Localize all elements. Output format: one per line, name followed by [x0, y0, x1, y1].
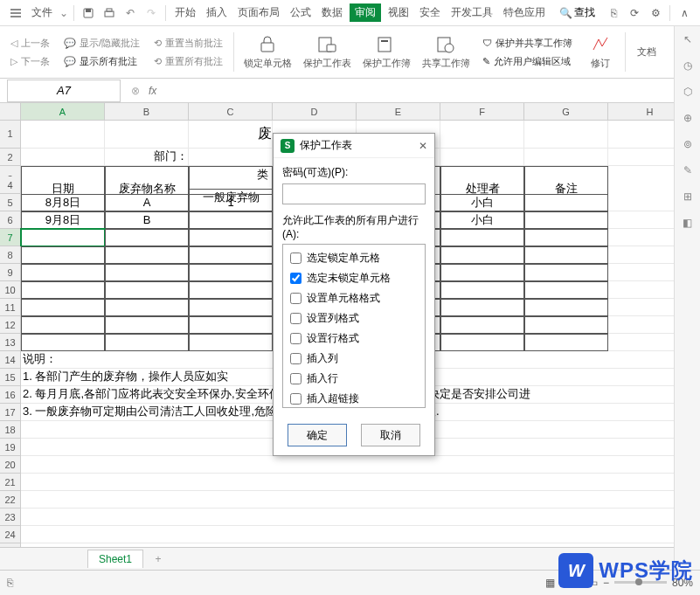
- tab-formula[interactable]: 公式: [287, 3, 315, 22]
- doc-button[interactable]: 文档: [633, 31, 661, 74]
- tab-special[interactable]: 特色应用: [500, 3, 549, 22]
- cell[interactable]: [105, 299, 189, 316]
- perm-checkbox[interactable]: [290, 353, 301, 364]
- cell[interactable]: [189, 246, 273, 264]
- perm-item[interactable]: 设置列格式: [283, 308, 425, 329]
- cell[interactable]: 部门：: [105, 149, 189, 166]
- perm-item[interactable]: 插入超链接: [283, 389, 425, 408]
- cell[interactable]: [440, 229, 524, 246]
- row-header[interactable]: 16: [0, 386, 21, 404]
- cell[interactable]: 废: [189, 121, 273, 149]
- sidebar-icon[interactable]: ◷: [683, 59, 692, 72]
- sheet-tab[interactable]: Sheet1: [87, 550, 143, 568]
- cell[interactable]: [105, 264, 189, 281]
- menu-file[interactable]: 文件: [28, 3, 56, 22]
- cell[interactable]: [440, 281, 524, 299]
- cell[interactable]: [189, 264, 273, 281]
- cell[interactable]: [524, 149, 608, 166]
- perm-checkbox[interactable]: [290, 293, 301, 304]
- tab-insert[interactable]: 插入: [203, 3, 231, 22]
- redo-icon[interactable]: ↷: [142, 4, 160, 22]
- reset-current-button[interactable]: ⟲重置当前批注: [150, 35, 226, 52]
- cell[interactable]: [105, 281, 189, 299]
- cell[interactable]: [189, 299, 273, 316]
- cell[interactable]: 小白: [440, 194, 524, 211]
- status-icon[interactable]: ⎘: [7, 577, 13, 589]
- cell[interactable]: [440, 299, 524, 316]
- perm-item[interactable]: 设置行格式: [283, 329, 425, 349]
- print-icon[interactable]: [100, 4, 118, 22]
- cell[interactable]: 小白: [440, 211, 524, 229]
- password-input[interactable]: [282, 183, 426, 204]
- cell[interactable]: [524, 264, 608, 281]
- cell[interactable]: [440, 316, 524, 334]
- cell[interactable]: [105, 334, 189, 351]
- cell[interactable]: [21, 474, 692, 491]
- cell[interactable]: [440, 149, 524, 166]
- col-header-g[interactable]: G: [524, 103, 608, 120]
- cell[interactable]: [21, 456, 692, 474]
- row-header[interactable]: 20: [0, 456, 21, 474]
- sidebar-icon[interactable]: ⊞: [683, 190, 692, 203]
- cell[interactable]: [524, 281, 608, 299]
- row-header[interactable]: 19: [0, 439, 21, 456]
- cell[interactable]: [524, 334, 608, 351]
- select-all-corner[interactable]: [0, 103, 21, 120]
- row-header[interactable]: 24: [0, 526, 21, 543]
- cell[interactable]: [21, 526, 692, 543]
- cell[interactable]: [105, 316, 189, 334]
- row-header[interactable]: 23: [0, 509, 21, 526]
- cell[interactable]: [524, 194, 608, 211]
- row-header[interactable]: 17: [0, 404, 21, 421]
- tab-layout[interactable]: 页面布局: [234, 3, 283, 22]
- row-header[interactable]: 6: [0, 211, 21, 229]
- col-header-f[interactable]: F: [440, 103, 524, 120]
- perm-item[interactable]: 插入行: [283, 369, 425, 389]
- sidebar-icon[interactable]: ⊚: [683, 138, 692, 150]
- row-header[interactable]: 9: [0, 264, 21, 281]
- cell[interactable]: 1: [189, 194, 273, 211]
- row-header[interactable]: 21: [0, 474, 21, 491]
- share-workbook-button[interactable]: 共享工作簿: [419, 31, 472, 74]
- row-header[interactable]: 13: [0, 334, 21, 351]
- ok-button[interactable]: 确定: [288, 424, 347, 446]
- protect-share-button[interactable]: 🛡保护并共享工作簿: [479, 35, 576, 52]
- row-header[interactable]: 4: [0, 176, 21, 194]
- cell[interactable]: [189, 229, 273, 246]
- track-changes-button[interactable]: 修订: [583, 31, 618, 74]
- close-icon[interactable]: ✕: [419, 140, 427, 152]
- cell[interactable]: [21, 316, 105, 334]
- cell[interactable]: [21, 264, 105, 281]
- save-icon[interactable]: [80, 4, 97, 22]
- cell[interactable]: A: [105, 194, 189, 211]
- sidebar-icon[interactable]: ⬡: [683, 86, 692, 98]
- perm-item[interactable]: 选定锁定单元格: [283, 248, 425, 268]
- row-header[interactable]: 11: [0, 299, 21, 316]
- prev-comment-button[interactable]: ◁上一条: [7, 35, 53, 52]
- row-header[interactable]: 7: [0, 229, 21, 246]
- row-header[interactable]: 25: [0, 543, 21, 547]
- cell[interactable]: [524, 316, 608, 334]
- show-all-comments-button[interactable]: 💬显示所有批注: [60, 53, 143, 70]
- cell[interactable]: 9月8日: [21, 211, 105, 229]
- allow-edit-button[interactable]: ✎允许用户编辑区域: [479, 53, 576, 70]
- row-header[interactable]: 10: [0, 281, 21, 299]
- cell[interactable]: B: [105, 211, 189, 229]
- cell[interactable]: [189, 316, 273, 334]
- col-header-e[interactable]: E: [357, 103, 440, 120]
- cell-selected[interactable]: [21, 229, 105, 246]
- col-header-c[interactable]: C: [189, 103, 273, 120]
- show-hide-comment-button[interactable]: 💬显示/隐藏批注: [60, 35, 143, 52]
- add-sheet-button[interactable]: +: [150, 551, 166, 567]
- tab-data[interactable]: 数据: [318, 3, 346, 22]
- sidebar-icon[interactable]: ◧: [683, 217, 692, 229]
- cell[interactable]: [189, 211, 273, 229]
- toolbar-icon-3[interactable]: ⚙: [647, 4, 664, 22]
- row-header[interactable]: 18: [0, 421, 21, 439]
- cell[interactable]: [21, 299, 105, 316]
- cell[interactable]: [189, 281, 273, 299]
- sidebar-icon[interactable]: ⊕: [683, 112, 692, 124]
- cell[interactable]: [21, 509, 692, 526]
- dropdown-icon[interactable]: ⌄: [59, 7, 68, 19]
- cell[interactable]: [21, 246, 105, 264]
